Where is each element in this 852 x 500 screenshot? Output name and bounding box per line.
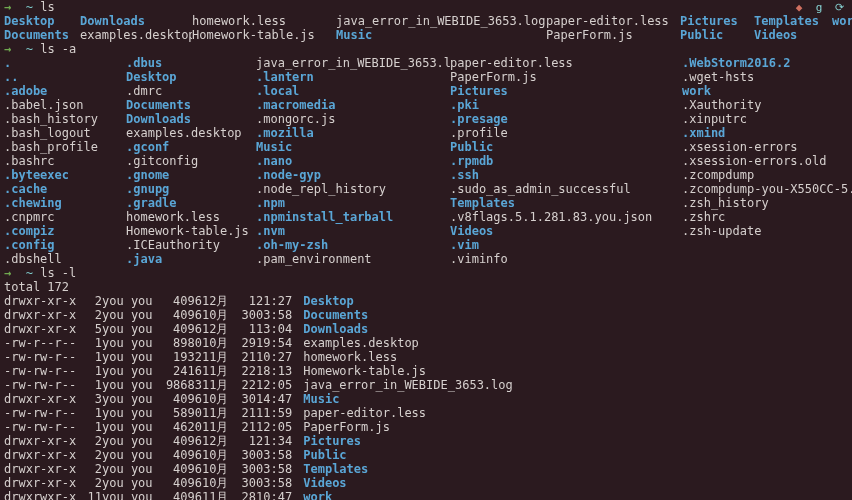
file-entry: .profile — [450, 126, 682, 140]
listing-row: .config.ICEauthority.oh-my-zsh.vim — [4, 238, 848, 252]
file-entry: .wget-hsts — [682, 70, 852, 84]
ls-l-links: 1 — [84, 406, 102, 420]
file-entry: .bash_logout — [4, 126, 126, 140]
ls-l-owner-group: you you — [102, 434, 158, 448]
terminal-window[interactable]: ◆g⟳ → ~ ls DesktopDownloadshomework.less… — [0, 0, 852, 500]
app-icon[interactable]: ◆ — [792, 1, 806, 15]
file-entry: java_error_in_WEBIDE_3653.log — [303, 378, 513, 392]
ls-l-size: 4096 — [158, 392, 202, 406]
ls-l-day: 30 — [232, 476, 256, 490]
ls-l-owner-group: you you — [102, 490, 158, 500]
signal-icon[interactable]: ⟳ — [832, 1, 846, 15]
ls-l-row: -rw-rw-r-- 1you you 241611月 2218:13 Home… — [4, 364, 848, 378]
file-entry: java_error_in_WEBIDE_3653.log — [336, 14, 546, 28]
ls-l-size: 4620 — [158, 420, 202, 434]
listing-row: .dbshell.java.pam_environment.viminfo — [4, 252, 848, 266]
ls-l-links: 1 — [84, 364, 102, 378]
dir-entry: .gconf — [126, 140, 256, 154]
ls-l-time: 18:13 — [256, 364, 296, 378]
dir-entry: Pictures — [680, 14, 754, 28]
ls-l-day: 30 — [232, 448, 256, 462]
file-entry: .xsession-errors.old — [682, 154, 852, 168]
ls-l-perm: drwxr-xr-x — [4, 294, 84, 308]
ls-l-links: 2 — [84, 294, 102, 308]
listing-row: .byteexec.gnome.node-gyp.ssh.zcompdump — [4, 168, 848, 182]
dir-entry: Templates — [450, 196, 682, 210]
file-entry: .zsh-update — [682, 224, 852, 238]
dir-entry: .mozilla — [256, 126, 450, 140]
listing-row: .cache.gnupg.node_repl_history.sudo_as_a… — [4, 182, 848, 196]
file-entry: paper-editor.less — [450, 56, 682, 70]
prompt-path: ~ — [26, 266, 33, 280]
ls-l-owner-group: you you — [102, 448, 158, 462]
ls-l-row: drwxr-xr-x 2you you 409610月 3003:58 Vide… — [4, 476, 848, 490]
ls-l-month: 10月 — [202, 462, 232, 476]
file-entry: Homework-table.js — [192, 28, 336, 42]
ls-l-day: 22 — [232, 378, 256, 392]
dir-entry: Templates — [303, 462, 368, 476]
ls-l-size: 4096 — [158, 322, 202, 336]
listing-row: DesktopDownloadshomework.lessjava_error_… — [4, 14, 848, 28]
file-entry: .zsh_history — [682, 196, 852, 210]
ls-l-time: 21:34 — [256, 434, 296, 448]
ls-l-row: drwxr-xr-x 2you you 409612月 121:34 Pictu… — [4, 434, 848, 448]
dir-entry: .ssh — [450, 168, 682, 182]
ls-l-size: 4096 — [158, 308, 202, 322]
ls-l-day: 22 — [232, 364, 256, 378]
file-entry: paper-editor.less — [546, 14, 680, 28]
ls-l-day: 30 — [232, 392, 256, 406]
file-entry: PaperForm.js — [450, 70, 682, 84]
dir-entry: Downloads — [80, 14, 192, 28]
ls-l-time: 21:27 — [256, 294, 296, 308]
listing-row: .compizHomework-table.js.nvmVideos.zsh-u… — [4, 224, 848, 238]
file-entry: .xsession-errors — [682, 140, 852, 154]
ls-l-month: 11月 — [202, 406, 232, 420]
ls-l-row: -rw-rw-r-- 1you you 462011月 2112:05 Pape… — [4, 420, 848, 434]
ls-l-month: 12月 — [202, 294, 232, 308]
listing-row: .cnpmrchomework.less.npminstall_tarball.… — [4, 210, 848, 224]
ls-l-links: 1 — [84, 336, 102, 350]
ls-l-size: 4096 — [158, 448, 202, 462]
prompt-path: ~ — [26, 0, 33, 14]
ls-l-size: 8980 — [158, 336, 202, 350]
listing-row: .adobe.dmrc.localPictureswork — [4, 84, 848, 98]
ls-l-month: 10月 — [202, 392, 232, 406]
ls-l-links: 1 — [84, 350, 102, 364]
dir-entry: Public — [680, 28, 754, 42]
listing-row: .bash_logoutexamples.desktop.mozilla.pro… — [4, 126, 848, 140]
ls-l-time: 12:05 — [256, 420, 296, 434]
ls-l-time: 03:58 — [256, 476, 296, 490]
ls-l-perm: drwxr-xr-x — [4, 434, 84, 448]
file-entry: .bash_profile — [4, 140, 126, 154]
ls-l-row: drwxr-xr-x 2you you 409612月 121:27 Deskt… — [4, 294, 848, 308]
globe-icon[interactable]: g — [812, 1, 826, 15]
prompt-line-ls: → ~ ls — [4, 0, 848, 14]
ls-l-perm: drwxr-xr-x — [4, 308, 84, 322]
ls-l-links: 5 — [84, 322, 102, 336]
listing-row: Documentsexamples.desktopHomework-table.… — [4, 28, 848, 42]
file-entry: examples.desktop — [80, 28, 192, 42]
ls-l-perm: -rw-rw-r-- — [4, 350, 84, 364]
ls-l-owner-group: you you — [102, 378, 158, 392]
file-entry: .bash_history — [4, 112, 126, 126]
ls-l-day: 1 — [232, 294, 256, 308]
dir-entry: Desktop — [126, 70, 256, 84]
ls-l-size: 4096 — [158, 294, 202, 308]
listing-row: ..Desktop.lanternPaperForm.js.wget-hsts — [4, 70, 848, 84]
dir-entry: Music — [336, 28, 546, 42]
ls-l-owner-group: you you — [102, 350, 158, 364]
dir-entry: .npminstall_tarball — [256, 210, 450, 224]
dir-entry: .config — [4, 238, 126, 252]
ls-l-perm: drwxr-xr-x — [4, 322, 84, 336]
file-entry: java_error_in_WEBIDE_3653.log — [256, 56, 450, 70]
file-entry: .zcompdump-you-X550CC-5.1.1 — [682, 182, 852, 196]
file-entry: .zshrc — [682, 210, 852, 224]
file-entry: .Xauthority — [682, 98, 852, 112]
file-entry: .cnpmrc — [4, 210, 126, 224]
ls-l-row: -rw-rw-r-- 1you you 589011月 2111:59 pape… — [4, 406, 848, 420]
dir-entry: Desktop — [4, 14, 80, 28]
ls-l-month: 11月 — [202, 490, 232, 500]
file-entry: .gitconfig — [126, 154, 256, 168]
dir-entry: Public — [303, 448, 346, 462]
listing-row: .chewing.gradle.npmTemplates.zsh_history — [4, 196, 848, 210]
